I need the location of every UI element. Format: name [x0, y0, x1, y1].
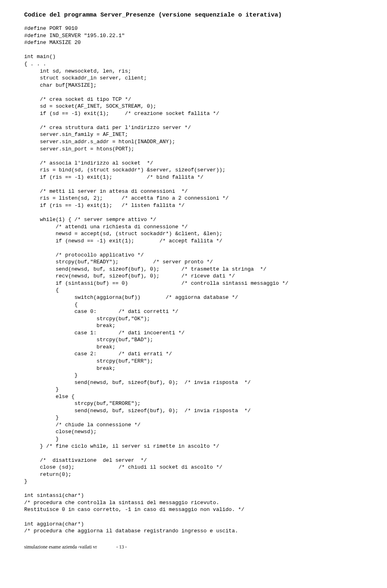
title-program-name: Server_Presenze — [100, 12, 155, 19]
page-footer: simulazione esame azienda -vailati vr - … — [24, 544, 363, 550]
document-page: Codice del programma Server_Presenze (ve… — [0, 0, 387, 558]
title-prefix: Codice del programma — [24, 12, 100, 19]
source-code-block: #define PORT 9010 #define IND_SERVER "19… — [24, 25, 363, 534]
document-title: Codice del programma Server_Presenze (ve… — [24, 11, 363, 19]
title-suffix: (versione sequenziale o iterativa) — [155, 12, 282, 19]
